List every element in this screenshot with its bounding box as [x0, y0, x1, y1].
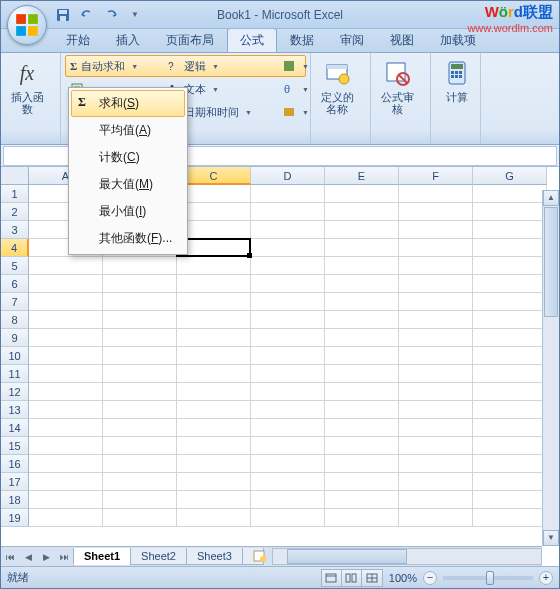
cell[interactable] [177, 311, 251, 329]
row-header[interactable]: 2 [1, 203, 29, 221]
tab-insert[interactable]: 插入 [103, 28, 153, 52]
sheet-first-button[interactable]: ⏮ [1, 548, 19, 566]
office-button[interactable] [7, 5, 47, 45]
row-header[interactable]: 12 [1, 383, 29, 401]
cell[interactable] [399, 203, 473, 221]
row-header[interactable]: 16 [1, 455, 29, 473]
zoom-level[interactable]: 100% [389, 572, 417, 584]
page-layout-button[interactable] [342, 570, 362, 586]
cell[interactable] [473, 437, 547, 455]
cell[interactable] [251, 293, 325, 311]
cell[interactable] [251, 275, 325, 293]
redo-button[interactable] [101, 5, 121, 25]
cell[interactable] [177, 275, 251, 293]
tab-view[interactable]: 视图 [377, 28, 427, 52]
cell[interactable] [29, 455, 103, 473]
tab-page-layout[interactable]: 页面布局 [153, 28, 227, 52]
cell[interactable] [251, 203, 325, 221]
sheet-tab-2[interactable]: Sheet2 [130, 548, 187, 565]
defined-names-button[interactable]: 定义的名称 [315, 55, 359, 117]
cell[interactable] [399, 185, 473, 203]
cell[interactable] [325, 419, 399, 437]
dropdown-max[interactable]: 最大值(M) [71, 171, 185, 198]
row-header[interactable]: 19 [1, 509, 29, 527]
cell[interactable] [325, 221, 399, 239]
cell[interactable] [177, 419, 251, 437]
row-header[interactable]: 5 [1, 257, 29, 275]
cell[interactable] [177, 491, 251, 509]
cell[interactable] [177, 383, 251, 401]
row-header[interactable]: 1 [1, 185, 29, 203]
cell[interactable] [29, 383, 103, 401]
cell[interactable] [473, 257, 547, 275]
cell[interactable] [325, 185, 399, 203]
cell[interactable] [103, 293, 177, 311]
cell[interactable] [251, 311, 325, 329]
math-button[interactable]: θ▼ [277, 78, 314, 100]
more-button[interactable]: ▼ [277, 101, 314, 123]
cell[interactable] [399, 275, 473, 293]
cell[interactable] [177, 203, 251, 221]
lookup-button[interactable]: ▼ [277, 55, 314, 77]
tab-review[interactable]: 审阅 [327, 28, 377, 52]
scroll-down-button[interactable]: ▼ [543, 530, 559, 546]
cell[interactable] [473, 365, 547, 383]
save-button[interactable] [53, 5, 73, 25]
cell[interactable] [29, 257, 103, 275]
cell[interactable] [399, 419, 473, 437]
cell[interactable] [29, 347, 103, 365]
column-header[interactable]: G [473, 167, 547, 185]
cell[interactable] [29, 365, 103, 383]
insert-function-button[interactable]: fx 插入函数 [5, 55, 49, 117]
zoom-slider[interactable] [443, 576, 533, 580]
normal-view-button[interactable] [322, 570, 342, 586]
cell[interactable] [473, 383, 547, 401]
cell[interactable] [399, 311, 473, 329]
row-header[interactable]: 3 [1, 221, 29, 239]
cell[interactable] [399, 257, 473, 275]
cell[interactable] [325, 347, 399, 365]
cell[interactable] [103, 365, 177, 383]
cell[interactable] [103, 437, 177, 455]
cell[interactable] [103, 419, 177, 437]
cell[interactable] [325, 293, 399, 311]
cell[interactable] [177, 257, 251, 275]
cell[interactable] [325, 365, 399, 383]
dropdown-count[interactable]: 计数(C) [71, 144, 185, 171]
page-break-button[interactable] [362, 570, 382, 586]
scroll-up-button[interactable]: ▲ [543, 190, 559, 206]
cell[interactable] [325, 401, 399, 419]
cell[interactable] [325, 509, 399, 527]
cell[interactable] [29, 473, 103, 491]
cell[interactable] [325, 257, 399, 275]
column-header[interactable]: C [177, 167, 251, 185]
dropdown-sum[interactable]: Σ求和(S) [71, 90, 185, 117]
row-header[interactable]: 10 [1, 347, 29, 365]
cell[interactable] [399, 473, 473, 491]
cell[interactable] [399, 455, 473, 473]
cell[interactable] [399, 509, 473, 527]
cell[interactable] [177, 401, 251, 419]
cell[interactable] [29, 509, 103, 527]
cell[interactable] [251, 185, 325, 203]
cell[interactable] [325, 275, 399, 293]
new-sheet-button[interactable] [242, 548, 264, 565]
cell[interactable] [251, 491, 325, 509]
cell[interactable] [103, 491, 177, 509]
cell[interactable] [325, 491, 399, 509]
cell[interactable] [399, 239, 473, 257]
dropdown-more[interactable]: 其他函数(F)... [71, 225, 185, 252]
cell[interactable] [473, 491, 547, 509]
cell[interactable] [325, 329, 399, 347]
column-header[interactable]: D [251, 167, 325, 185]
cell[interactable] [473, 455, 547, 473]
tab-home[interactable]: 开始 [53, 28, 103, 52]
hscroll-thumb[interactable] [287, 549, 407, 564]
undo-button[interactable] [77, 5, 97, 25]
cell[interactable] [29, 275, 103, 293]
horizontal-scrollbar[interactable] [272, 548, 542, 565]
cell[interactable] [399, 383, 473, 401]
row-header[interactable]: 17 [1, 473, 29, 491]
cell[interactable] [177, 473, 251, 491]
cell[interactable] [399, 329, 473, 347]
